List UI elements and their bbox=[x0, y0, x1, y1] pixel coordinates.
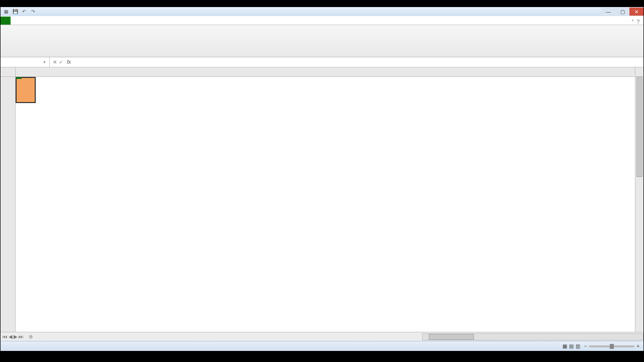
title-bar: ▦ 💾 ↶ ↷ — ▢ ✕ bbox=[1, 7, 643, 16]
ribbon-tabs: ˄ ? bbox=[1, 16, 643, 25]
select-all-corner[interactable] bbox=[1, 67, 16, 77]
sheet-nav-prev-icon[interactable]: ◀ bbox=[9, 334, 13, 339]
zoom-in-icon[interactable]: + bbox=[636, 343, 639, 349]
name-box-dropdown-icon[interactable]: ▼ bbox=[43, 60, 46, 64]
minimize-button[interactable]: — bbox=[601, 8, 615, 16]
fx-icon[interactable]: fx bbox=[65, 59, 73, 65]
explanation-textbox[interactable] bbox=[16, 77, 36, 103]
new-sheet-icon[interactable]: ⊕ bbox=[26, 334, 36, 339]
excel-icon: ▦ bbox=[3, 8, 10, 15]
close-button[interactable]: ✕ bbox=[629, 8, 643, 16]
sheet-nav-first-icon[interactable]: ⏮ bbox=[3, 334, 8, 339]
horizontal-scrollbar[interactable] bbox=[422, 333, 643, 340]
zoom-slider[interactable] bbox=[589, 345, 634, 347]
cancel-icon[interactable]: ✕ bbox=[53, 59, 57, 65]
active-cell[interactable] bbox=[16, 77, 22, 79]
enter-icon[interactable]: ✓ bbox=[59, 59, 63, 65]
zoom-out-icon[interactable]: − bbox=[584, 343, 587, 349]
sheet-tab-bar: ⏮ ◀ ▶ ⏭ ⊕ bbox=[1, 332, 643, 341]
sheet-nav-last-icon[interactable]: ⏭ bbox=[19, 334, 24, 339]
status-bar: ▦ ▤ ▥ − + bbox=[1, 341, 643, 351]
formula-bar: ▼ ✕ ✓ fx bbox=[1, 57, 643, 67]
undo-icon[interactable]: ↶ bbox=[21, 8, 28, 15]
view-break-icon[interactable]: ▥ bbox=[576, 343, 580, 349]
sheet-nav-next-icon[interactable]: ▶ bbox=[14, 334, 18, 339]
file-tab[interactable] bbox=[1, 17, 11, 25]
quick-access-toolbar: ▦ 💾 ↶ ↷ bbox=[1, 8, 37, 15]
save-icon[interactable]: 💾 bbox=[12, 8, 19, 15]
name-box[interactable]: ▼ bbox=[1, 57, 50, 67]
ribbon bbox=[1, 25, 643, 57]
spreadsheet-grid[interactable] bbox=[1, 67, 643, 332]
minimize-ribbon-icon[interactable]: ˄ bbox=[631, 19, 634, 25]
vertical-scrollbar[interactable] bbox=[635, 67, 643, 332]
maximize-button[interactable]: ▢ bbox=[615, 8, 629, 16]
view-layout-icon[interactable]: ▤ bbox=[569, 343, 574, 349]
help-icon[interactable]: ? bbox=[636, 19, 639, 25]
view-normal-icon[interactable]: ▦ bbox=[562, 343, 567, 349]
redo-icon[interactable]: ↷ bbox=[30, 8, 37, 15]
